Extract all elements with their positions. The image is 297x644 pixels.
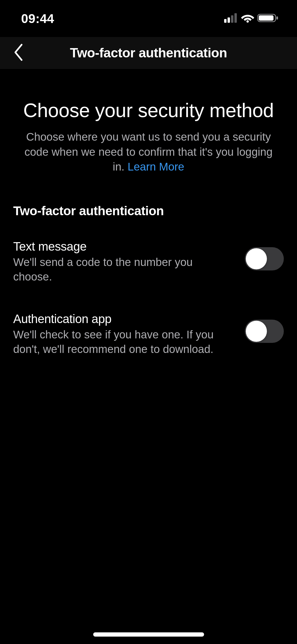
option-text-message-title: Text message (13, 239, 229, 254)
hero-subtitle: Choose where you want us to send you a s… (13, 130, 284, 174)
text-message-toggle[interactable] (245, 247, 284, 270)
option-auth-app-toggle-wrap (245, 312, 284, 343)
nav-title: Two-factor authentication (70, 45, 227, 61)
toggle-knob (246, 248, 267, 269)
svg-rect-7 (276, 16, 278, 20)
nav-bar: Two-factor authentication (0, 37, 297, 69)
status-right-indicators (224, 13, 279, 24)
content: Choose your security method Choose where… (0, 99, 297, 356)
status-time: 09:44 (21, 11, 54, 26)
option-text-message: Text message We'll send a code to the nu… (13, 239, 284, 284)
chevron-left-icon (13, 43, 24, 63)
learn-more-link[interactable]: Learn More (128, 160, 184, 173)
option-auth-app-title: Authentication app (13, 312, 229, 326)
svg-rect-0 (224, 19, 227, 23)
svg-rect-2 (231, 15, 233, 23)
status-bar: 09:44 (0, 0, 297, 37)
home-indicator[interactable] (93, 632, 204, 637)
back-button[interactable] (8, 37, 29, 69)
option-text-message-text: Text message We'll send a code to the nu… (13, 239, 245, 284)
wifi-icon (241, 13, 254, 24)
auth-app-toggle[interactable] (245, 320, 284, 343)
section-heading: Two-factor authentication (13, 204, 284, 218)
hero-title: Choose your security method (13, 99, 284, 122)
svg-rect-1 (228, 17, 230, 23)
svg-point-4 (247, 20, 249, 23)
cellular-signal-icon (224, 13, 238, 24)
option-auth-app: Authentication app We'll check to see if… (13, 312, 284, 356)
option-text-message-toggle-wrap (245, 239, 284, 270)
toggle-knob (246, 321, 267, 342)
svg-rect-3 (234, 13, 237, 23)
svg-rect-6 (259, 15, 274, 21)
battery-icon (257, 13, 279, 24)
option-auth-app-text: Authentication app We'll check to see if… (13, 312, 245, 356)
option-text-message-subtitle: We'll send a code to the number you choo… (13, 255, 229, 284)
option-auth-app-subtitle: We'll check to see if you have one. If y… (13, 328, 229, 356)
